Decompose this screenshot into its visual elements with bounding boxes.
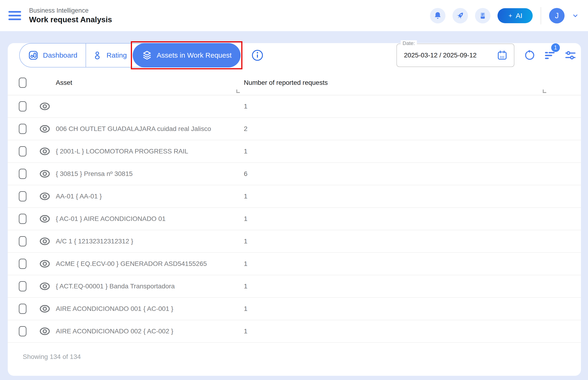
row-checkbox[interactable] xyxy=(19,326,26,336)
tab-label: Dashboard xyxy=(43,51,77,59)
asset-name: { 30815 } Prensa nº 30815 xyxy=(56,170,133,178)
tab-group: Dashboard Rating xyxy=(19,43,241,67)
request-count: 2 xyxy=(244,125,248,133)
ai-assistant-button[interactable]: AI xyxy=(498,8,533,23)
page: Business Intelligence Work request Analy… xyxy=(0,0,588,380)
asset-name: { 2001-L } LOCOMOTORA PROGRESS RAIL xyxy=(56,148,188,155)
request-count: 1 xyxy=(244,327,248,335)
table-header: Asset Number of reported requests xyxy=(8,70,581,95)
titles: Business Intelligence Work request Analy… xyxy=(29,7,112,24)
eye-icon xyxy=(39,169,51,179)
rocket-icon xyxy=(456,11,465,20)
profile-menu-button[interactable] xyxy=(572,12,579,19)
table-row: AIRE ACONDICIONADO 001 { AC-001 } 1 xyxy=(8,298,581,320)
view-row-button[interactable] xyxy=(39,169,51,179)
asset-name: { ACT.EQ-00001 } Banda Transportadora xyxy=(56,283,175,290)
row-checkbox[interactable] xyxy=(19,304,26,314)
filter-badge: 1 xyxy=(551,43,560,52)
request-count: 1 xyxy=(244,103,248,110)
request-count: 1 xyxy=(244,215,248,223)
view-row-button[interactable] xyxy=(39,101,51,111)
chevron-down-icon xyxy=(572,12,579,19)
row-checkbox[interactable] xyxy=(19,124,26,134)
view-row-button[interactable] xyxy=(39,214,51,224)
row-checkbox[interactable] xyxy=(19,259,26,269)
asset-name: ACME { EQ.ECV-00 } GENERADOR ASD54155265 xyxy=(56,260,207,267)
asset-name: AA-01 { AA-01 } xyxy=(56,192,102,200)
eye-icon xyxy=(39,146,51,156)
tab-assets-in-work-request[interactable]: Assets in Work Request xyxy=(133,43,241,67)
info-button[interactable] xyxy=(251,49,264,62)
row-checkbox[interactable] xyxy=(19,146,26,156)
request-count: 1 xyxy=(244,238,248,245)
view-row-button[interactable] xyxy=(39,191,51,201)
column-resize-handle[interactable] xyxy=(236,90,240,93)
hamburger-menu-icon[interactable] xyxy=(8,11,21,20)
view-row-button[interactable] xyxy=(39,236,51,246)
tune-icon xyxy=(565,49,576,61)
table-row: { 2001-L } LOCOMOTORA PROGRESS RAIL 1 xyxy=(8,140,581,163)
bar-chart-icon xyxy=(28,50,39,61)
table-row: A/C 1 { 12132312312312 } 1 xyxy=(8,230,581,253)
view-row-button[interactable] xyxy=(39,281,51,291)
request-count: 1 xyxy=(244,283,248,290)
calendar-icon[interactable] xyxy=(497,50,508,61)
tab-dashboard[interactable]: Dashboard xyxy=(20,44,86,67)
topbar-divider xyxy=(541,7,541,24)
report-card: Dashboard Rating xyxy=(8,43,581,376)
asset-name: 006 CH OUTLET GUADALAJARA cuidad real Ja… xyxy=(56,125,211,133)
row-checkbox[interactable] xyxy=(19,236,26,247)
tab-rating[interactable]: Rating xyxy=(86,44,133,67)
select-all-checkbox[interactable] xyxy=(19,77,26,88)
settings-button[interactable] xyxy=(565,49,576,61)
sparkle-icon xyxy=(508,13,513,18)
eye-icon xyxy=(39,236,51,246)
column-header-asset[interactable]: Asset xyxy=(56,79,72,86)
asset-name: AIRE ACONDICIONADO 001 { AC-001 } xyxy=(56,305,173,313)
view-row-button[interactable] xyxy=(39,259,51,269)
date-range-field[interactable]: Date: 2025-03-12 / 2025-09-12 xyxy=(396,44,514,67)
whats-new-button[interactable] xyxy=(452,8,468,23)
table-body: 1 006 CH OUTLET GUADALAJARA cuidad real … xyxy=(8,95,581,343)
refresh-icon xyxy=(523,49,535,61)
row-checkbox[interactable] xyxy=(19,169,26,179)
page-title: Work request Analysis xyxy=(29,15,112,24)
topbar-actions: AI J xyxy=(430,7,579,24)
filter-button[interactable]: 1 xyxy=(544,49,556,61)
topbar: Business Intelligence Work request Analy… xyxy=(0,0,588,31)
table-row: ACME { EQ.ECV-00 } GENERADOR ASD54155265… xyxy=(8,253,581,275)
bell-icon xyxy=(433,11,442,20)
row-checkbox[interactable] xyxy=(19,214,26,224)
view-row-button[interactable] xyxy=(39,124,51,134)
request-count: 1 xyxy=(244,260,248,267)
asset-name: A/C 1 { 12132312312312 } xyxy=(56,238,133,245)
table-row: { AC-01 } AIRE ACONDICIONADO 01 1 xyxy=(8,208,581,230)
row-checkbox[interactable] xyxy=(19,191,26,202)
column-header-count[interactable]: Number of reported requests xyxy=(244,79,328,86)
refresh-button[interactable] xyxy=(523,49,535,61)
layers-icon xyxy=(142,50,152,61)
row-checkbox[interactable] xyxy=(19,281,26,291)
table-row: { 30815 } Prensa nº 30815 6 xyxy=(8,163,581,185)
info-icon xyxy=(251,49,264,62)
table-row: AIRE ACONDICIONADO 002 { AC-002 } 1 xyxy=(8,320,581,343)
date-field-label: Date: xyxy=(401,40,417,46)
row-checkbox[interactable] xyxy=(19,101,26,112)
eye-icon xyxy=(39,214,51,224)
column-resize-handle[interactable] xyxy=(543,90,546,93)
date-range-value: 2025-03-12 / 2025-09-12 xyxy=(404,52,477,59)
eye-icon xyxy=(39,191,51,201)
avatar[interactable]: J xyxy=(549,8,565,23)
view-row-button[interactable] xyxy=(39,326,51,336)
notebook-icon xyxy=(478,11,487,20)
view-row-button[interactable] xyxy=(39,146,51,156)
eye-icon xyxy=(39,124,51,134)
notifications-button[interactable] xyxy=(430,8,446,23)
asset-name: AIRE ACONDICIONADO 002 { AC-002 } xyxy=(56,327,173,335)
request-count: 1 xyxy=(244,148,248,155)
tab-label: Assets in Work Request xyxy=(157,51,232,59)
toolbar-right: Date: 2025-03-12 / 2025-09-12 xyxy=(396,44,576,67)
view-row-button[interactable] xyxy=(39,304,51,314)
table-footer: Showing 134 of 134 xyxy=(8,343,581,361)
docs-button[interactable] xyxy=(475,8,490,23)
